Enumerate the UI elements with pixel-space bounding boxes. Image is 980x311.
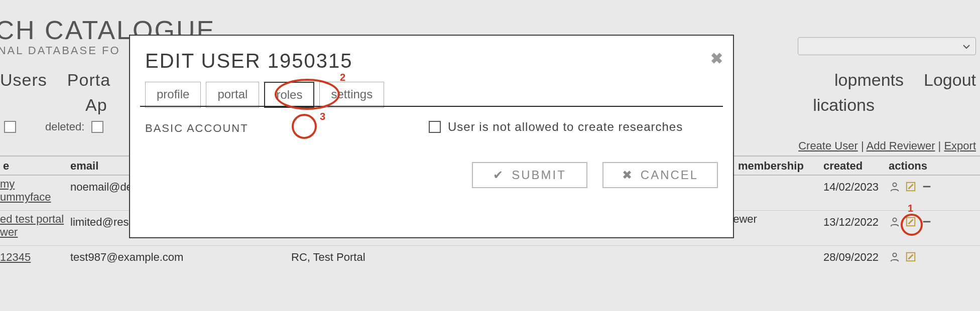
svg-point-0 <box>893 183 896 187</box>
table-action-links: Create User | Add Reviewer | Export <box>798 139 976 152</box>
deleted-label: deleted: <box>45 120 84 133</box>
col-name: e <box>3 160 9 173</box>
row-created: 28/09/2022 <box>823 251 879 264</box>
person-icon[interactable] <box>889 216 901 228</box>
cancel-button[interactable]: ✖ CANCEL <box>602 162 718 188</box>
svg-point-3 <box>893 218 896 222</box>
section-label-basic-account: BASIC ACCOUNT <box>145 122 249 135</box>
row-name-link[interactable]: ed test portalwer <box>0 213 64 238</box>
x-icon: ✖ <box>622 168 634 182</box>
portal-dropdown[interactable] <box>798 37 976 55</box>
nav-users[interactable]: Users <box>0 70 47 90</box>
person-icon[interactable] <box>889 251 901 263</box>
tab-settings[interactable]: settings <box>319 82 384 108</box>
row-name-link[interactable]: myummyface <box>0 178 51 203</box>
col-actions: actions <box>889 160 927 173</box>
basic-account-checkbox-label: User is not allowed to create researches <box>448 120 683 134</box>
col-email: email <box>70 160 98 173</box>
annotation-number-3: 3 <box>320 111 325 122</box>
row-portal: RC, Test Portal <box>291 251 365 264</box>
nav-portal[interactable]: Porta <box>67 70 110 90</box>
row-created: 13/12/2022 <box>823 216 879 229</box>
tab-bar: profile portal roles settings <box>145 82 389 108</box>
row-name-link[interactable]: 12345 <box>0 251 31 263</box>
person-icon[interactable] <box>889 181 901 193</box>
submit-label: SUBMIT <box>512 168 566 182</box>
filter-checkbox-1[interactable] <box>4 121 16 133</box>
site-subtitle: TIONAL DATABASE FO <box>0 44 120 57</box>
table-row: 12345 test987@example.com RC, Test Porta… <box>0 246 980 281</box>
close-icon[interactable]: ✖ <box>710 50 723 67</box>
minus-icon[interactable] <box>921 181 933 193</box>
cancel-label: CANCEL <box>641 168 698 182</box>
chevron-down-icon <box>962 43 970 51</box>
row-created: 14/02/2023 <box>823 181 879 194</box>
tab-roles[interactable]: roles <box>264 82 314 108</box>
tab-profile[interactable]: profile <box>145 82 201 108</box>
tab-portal[interactable]: portal <box>206 82 259 108</box>
add-reviewer-link[interactable]: Add Reviewer <box>867 139 935 152</box>
edit-icon[interactable] <box>905 181 917 193</box>
dialog-title: EDIT USER 1950315 <box>145 50 352 72</box>
nav-developments[interactable]: lopments <box>834 70 904 90</box>
nav-ap[interactable]: Ap <box>85 95 107 115</box>
row-email: test987@example.com <box>70 251 183 264</box>
nav-logout[interactable]: Logout <box>924 70 976 90</box>
deleted-checkbox[interactable] <box>91 121 103 133</box>
col-created: created <box>823 160 863 173</box>
nav-lications[interactable]: lications <box>813 95 875 115</box>
annotation-circle-3 <box>292 114 317 139</box>
col-membership: membership <box>738 160 804 173</box>
edit-user-dialog: EDIT USER 1950315 ✖ profile portal roles… <box>130 35 733 238</box>
create-user-link[interactable]: Create User <box>798 139 858 152</box>
export-link[interactable]: Export <box>944 139 976 152</box>
svg-point-6 <box>893 253 896 257</box>
minus-icon[interactable] <box>921 216 933 228</box>
edit-icon[interactable] <box>905 216 917 228</box>
basic-account-checkbox[interactable] <box>429 121 441 133</box>
edit-icon[interactable] <box>905 251 917 263</box>
check-icon: ✔ <box>493 168 505 182</box>
submit-button[interactable]: ✔ SUBMIT <box>472 162 587 188</box>
tab-underline <box>140 106 723 107</box>
